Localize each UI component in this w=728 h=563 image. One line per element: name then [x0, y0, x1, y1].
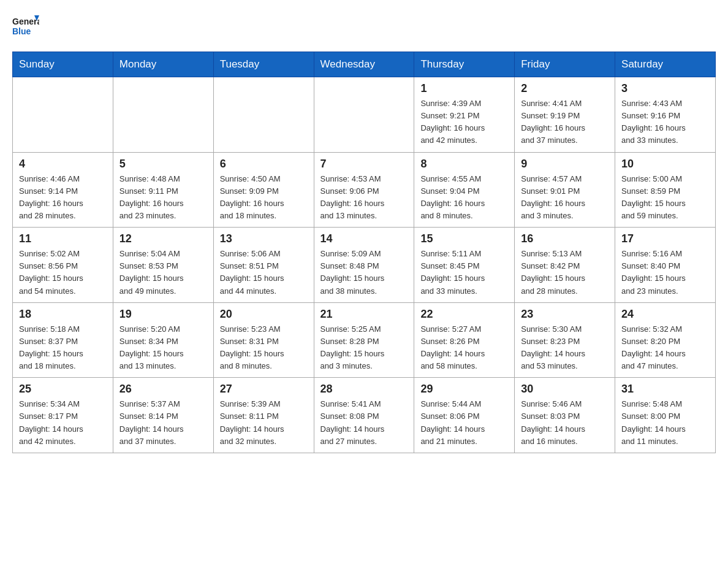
day-info: Sunrise: 5:39 AM Sunset: 8:11 PM Dayligh…: [220, 398, 308, 448]
day-number: 21: [320, 308, 408, 321]
calendar-cell: [213, 77, 314, 153]
day-number: 4: [19, 158, 107, 170]
day-info: Sunrise: 5:16 AM Sunset: 8:40 PM Dayligh…: [621, 248, 709, 297]
weekday-header-friday: Friday: [515, 52, 615, 77]
week-row-5: 25Sunrise: 5:34 AM Sunset: 8:17 PM Dayli…: [13, 378, 716, 453]
calendar-cell: 30Sunrise: 5:46 AM Sunset: 8:03 PM Dayli…: [515, 378, 615, 453]
calendar-cell: 5Sunrise: 4:48 AM Sunset: 9:11 PM Daylig…: [113, 152, 213, 228]
calendar-cell: 12Sunrise: 5:04 AM Sunset: 8:53 PM Dayli…: [113, 228, 213, 303]
weekday-header-sunday: Sunday: [13, 52, 113, 77]
day-number: 24: [621, 308, 709, 321]
calendar-cell: 13Sunrise: 5:06 AM Sunset: 8:51 PM Dayli…: [213, 228, 314, 303]
day-number: 27: [220, 383, 308, 396]
day-number: 15: [420, 232, 508, 245]
day-info: Sunrise: 5:13 AM Sunset: 8:42 PM Dayligh…: [521, 248, 609, 297]
day-number: 31: [621, 383, 709, 396]
calendar-cell: [314, 77, 414, 153]
calendar-cell: 29Sunrise: 5:44 AM Sunset: 8:06 PM Dayli…: [414, 378, 515, 453]
calendar-cell: 14Sunrise: 5:09 AM Sunset: 8:48 PM Dayli…: [314, 228, 414, 303]
weekday-header-row: SundayMondayTuesdayWednesdayThursdayFrid…: [13, 52, 716, 77]
day-number: 11: [19, 232, 107, 245]
calendar-cell: 27Sunrise: 5:39 AM Sunset: 8:11 PM Dayli…: [213, 378, 314, 453]
day-info: Sunrise: 5:30 AM Sunset: 8:23 PM Dayligh…: [521, 323, 609, 373]
day-info: Sunrise: 5:25 AM Sunset: 8:28 PM Dayligh…: [320, 323, 408, 373]
svg-text:General: General: [12, 17, 39, 26]
calendar-cell: 1Sunrise: 4:39 AM Sunset: 9:21 PM Daylig…: [414, 77, 515, 153]
day-info: Sunrise: 5:34 AM Sunset: 8:17 PM Dayligh…: [19, 398, 107, 448]
weekday-header-tuesday: Tuesday: [213, 52, 314, 77]
day-info: Sunrise: 5:04 AM Sunset: 8:53 PM Dayligh…: [119, 248, 207, 297]
day-number: 8: [420, 158, 508, 170]
day-number: 17: [621, 232, 709, 245]
day-info: Sunrise: 5:18 AM Sunset: 8:37 PM Dayligh…: [19, 323, 107, 373]
calendar-cell: 18Sunrise: 5:18 AM Sunset: 8:37 PM Dayli…: [13, 302, 113, 378]
day-info: Sunrise: 5:02 AM Sunset: 8:56 PM Dayligh…: [19, 248, 107, 297]
calendar-cell: 28Sunrise: 5:41 AM Sunset: 8:08 PM Dayli…: [314, 378, 414, 453]
day-info: Sunrise: 4:57 AM Sunset: 9:01 PM Dayligh…: [521, 173, 609, 223]
day-number: 14: [320, 232, 408, 245]
day-info: Sunrise: 5:23 AM Sunset: 8:31 PM Dayligh…: [220, 323, 308, 373]
weekday-header-monday: Monday: [113, 52, 213, 77]
day-number: 5: [119, 158, 207, 170]
calendar-cell: 3Sunrise: 4:43 AM Sunset: 9:16 PM Daylig…: [615, 77, 716, 153]
calendar-cell: 15Sunrise: 5:11 AM Sunset: 8:45 PM Dayli…: [414, 228, 515, 303]
day-info: Sunrise: 5:48 AM Sunset: 8:00 PM Dayligh…: [621, 398, 709, 448]
day-number: 22: [420, 308, 508, 321]
page-header: General Blue: [12, 12, 716, 42]
day-info: Sunrise: 5:09 AM Sunset: 8:48 PM Dayligh…: [320, 248, 408, 297]
day-info: Sunrise: 5:20 AM Sunset: 8:34 PM Dayligh…: [119, 323, 207, 373]
calendar-cell: 26Sunrise: 5:37 AM Sunset: 8:14 PM Dayli…: [113, 378, 213, 453]
day-info: Sunrise: 5:46 AM Sunset: 8:03 PM Dayligh…: [521, 398, 609, 448]
day-number: 6: [220, 158, 308, 170]
day-number: 1: [420, 82, 508, 95]
logo-graphic-icon: General Blue: [12, 12, 39, 39]
day-info: Sunrise: 5:00 AM Sunset: 8:59 PM Dayligh…: [621, 173, 709, 223]
day-info: Sunrise: 4:48 AM Sunset: 9:11 PM Dayligh…: [119, 173, 207, 223]
day-number: 26: [119, 383, 207, 396]
day-info: Sunrise: 4:46 AM Sunset: 9:14 PM Dayligh…: [19, 173, 107, 223]
calendar-cell: 2Sunrise: 4:41 AM Sunset: 9:19 PM Daylig…: [515, 77, 615, 153]
calendar-cell: 17Sunrise: 5:16 AM Sunset: 8:40 PM Dayli…: [615, 228, 716, 303]
day-number: 23: [521, 308, 609, 321]
logo: General Blue: [12, 12, 43, 42]
day-info: Sunrise: 5:06 AM Sunset: 8:51 PM Dayligh…: [220, 248, 308, 297]
day-info: Sunrise: 5:41 AM Sunset: 8:08 PM Dayligh…: [320, 398, 408, 448]
day-info: Sunrise: 4:43 AM Sunset: 9:16 PM Dayligh…: [621, 98, 709, 147]
day-info: Sunrise: 4:50 AM Sunset: 9:09 PM Dayligh…: [220, 173, 308, 223]
calendar-cell: 4Sunrise: 4:46 AM Sunset: 9:14 PM Daylig…: [13, 152, 113, 228]
calendar-cell: 22Sunrise: 5:27 AM Sunset: 8:26 PM Dayli…: [414, 302, 515, 378]
day-info: Sunrise: 4:41 AM Sunset: 9:19 PM Dayligh…: [521, 98, 609, 147]
calendar-cell: 8Sunrise: 4:55 AM Sunset: 9:04 PM Daylig…: [414, 152, 515, 228]
week-row-3: 11Sunrise: 5:02 AM Sunset: 8:56 PM Dayli…: [13, 228, 716, 303]
day-info: Sunrise: 4:55 AM Sunset: 9:04 PM Dayligh…: [420, 173, 508, 223]
day-info: Sunrise: 5:32 AM Sunset: 8:20 PM Dayligh…: [621, 323, 709, 373]
calendar-cell: 19Sunrise: 5:20 AM Sunset: 8:34 PM Dayli…: [113, 302, 213, 378]
day-number: 25: [19, 383, 107, 396]
calendar-cell: 31Sunrise: 5:48 AM Sunset: 8:00 PM Dayli…: [615, 378, 716, 453]
calendar-cell: 11Sunrise: 5:02 AM Sunset: 8:56 PM Dayli…: [13, 228, 113, 303]
calendar-cell: 21Sunrise: 5:25 AM Sunset: 8:28 PM Dayli…: [314, 302, 414, 378]
day-number: 9: [521, 158, 609, 170]
calendar-cell: 16Sunrise: 5:13 AM Sunset: 8:42 PM Dayli…: [515, 228, 615, 303]
day-number: 7: [320, 158, 408, 170]
day-number: 10: [621, 158, 709, 170]
day-info: Sunrise: 5:44 AM Sunset: 8:06 PM Dayligh…: [420, 398, 508, 448]
calendar-cell: 24Sunrise: 5:32 AM Sunset: 8:20 PM Dayli…: [615, 302, 716, 378]
day-number: 3: [621, 82, 709, 95]
week-row-2: 4Sunrise: 4:46 AM Sunset: 9:14 PM Daylig…: [13, 152, 716, 228]
day-number: 16: [521, 232, 609, 245]
calendar-cell: [13, 77, 113, 153]
day-number: 18: [19, 308, 107, 321]
calendar-cell: 23Sunrise: 5:30 AM Sunset: 8:23 PM Dayli…: [515, 302, 615, 378]
calendar-cell: 10Sunrise: 5:00 AM Sunset: 8:59 PM Dayli…: [615, 152, 716, 228]
day-number: 20: [220, 308, 308, 321]
calendar-cell: 9Sunrise: 4:57 AM Sunset: 9:01 PM Daylig…: [515, 152, 615, 228]
calendar-cell: [113, 77, 213, 153]
day-info: Sunrise: 4:53 AM Sunset: 9:06 PM Dayligh…: [320, 173, 408, 223]
day-number: 19: [119, 308, 207, 321]
day-number: 28: [320, 383, 408, 396]
weekday-header-saturday: Saturday: [615, 52, 716, 77]
day-number: 13: [220, 232, 308, 245]
calendar-cell: 20Sunrise: 5:23 AM Sunset: 8:31 PM Dayli…: [213, 302, 314, 378]
calendar-cell: 6Sunrise: 4:50 AM Sunset: 9:09 PM Daylig…: [213, 152, 314, 228]
